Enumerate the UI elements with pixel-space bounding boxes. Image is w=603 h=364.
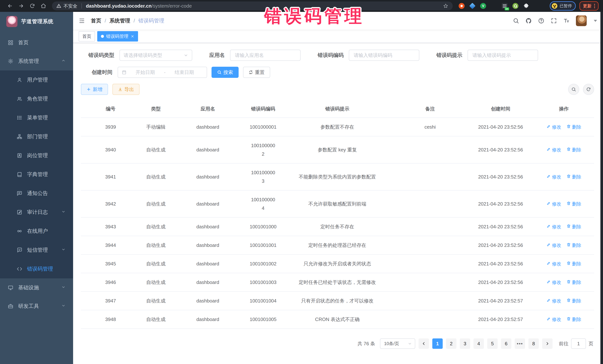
edit-button[interactable]: 修改 (546, 145, 561, 154)
sidebar-item-system[interactable]: 系统管理 (0, 52, 73, 70)
user-menu-caret-icon[interactable] (594, 20, 597, 22)
edit-button[interactable]: 修改 (546, 241, 561, 249)
page-button-6[interactable]: 6 (501, 338, 511, 349)
address-bar[interactable]: 不安全 dashboard.yudao.iocoder.cn /system/e… (52, 1, 453, 10)
extension-ubuntu-icon[interactable] (459, 3, 464, 9)
edit-icon (546, 173, 551, 181)
delete-button[interactable]: 删除 (567, 173, 581, 181)
cell-hint: 参数配置 key 重复 (282, 141, 393, 159)
sidebar-item-dict[interactable]: 字典管理 (0, 165, 73, 184)
delete-button[interactable]: 删除 (567, 200, 581, 208)
scrollbar[interactable] (600, 12, 603, 364)
browser-update-button[interactable]: 更新 (580, 1, 599, 11)
edit-button[interactable]: 修改 (546, 123, 561, 131)
sidebar-item-post[interactable]: 岗位管理 (0, 146, 73, 165)
browser-forward-icon[interactable] (16, 0, 27, 12)
delete-button[interactable]: 删除 (567, 315, 581, 324)
column-header: 类型 (140, 100, 172, 118)
page-more-button[interactable]: ••• (515, 338, 525, 349)
paused-label: 已暂停 (560, 3, 572, 9)
error-type-select[interactable]: 请选择错误码类型 (119, 50, 192, 61)
edit-button[interactable]: 修改 (546, 259, 561, 268)
edit-button[interactable]: 修改 (546, 315, 561, 324)
reset-button[interactable]: 重置 (243, 67, 270, 78)
font-size-icon[interactable] (563, 18, 570, 24)
page-button-4[interactable]: 4 (474, 338, 484, 349)
edit-button[interactable]: 修改 (546, 278, 561, 287)
sidebar-item-sms[interactable]: 短信管理 (0, 241, 73, 259)
extension-v-icon[interactable]: V (480, 3, 486, 9)
sidebar-item-home[interactable]: 首页 (0, 33, 73, 52)
goto-page-input[interactable] (571, 338, 586, 349)
browser-back-icon[interactable] (4, 0, 16, 12)
chevron-down-icon (61, 210, 67, 215)
delete-icon (567, 241, 571, 249)
paused-profile-badge[interactable]: 已暂停 (550, 1, 576, 11)
page-button-2[interactable]: 2 (446, 338, 456, 349)
tab-home[interactable]: 首页 (79, 31, 95, 42)
delete-button[interactable]: 删除 (567, 241, 581, 249)
sidebar-logo[interactable]: 芋道管理系统 (0, 12, 73, 31)
delete-button-label: 删除 (572, 200, 581, 208)
prev-page-button[interactable] (418, 338, 429, 349)
next-page-button[interactable] (542, 338, 553, 349)
close-icon[interactable] (131, 34, 134, 38)
extension-gem-icon[interactable] (469, 3, 475, 9)
sidebar-item-dev-tools[interactable]: 研发工具 (0, 297, 73, 315)
delete-button[interactable]: 删除 (567, 222, 581, 231)
sidebar-item-audit-log[interactable]: 审计日志 (0, 203, 73, 222)
page-button-3[interactable]: 3 (460, 338, 470, 349)
sidebar-item-dept[interactable]: 部门管理 (0, 127, 73, 146)
app-name-input[interactable] (230, 50, 301, 61)
edit-button[interactable]: 修改 (546, 173, 561, 181)
browser-reload-icon[interactable] (27, 0, 38, 12)
sidebar-item-online-user[interactable]: 在线用户 (0, 222, 73, 241)
edit-button[interactable]: 修改 (546, 297, 561, 305)
search-button[interactable]: 搜索 (211, 67, 239, 78)
user-avatar[interactable] (576, 15, 587, 26)
sidebar-item-user[interactable]: 用户管理 (0, 70, 73, 89)
tab-error-code[interactable]: 错误码管理 (97, 31, 138, 42)
breadcrumb-item[interactable]: 系统管理 (109, 17, 130, 24)
extension-squares-icon[interactable] (491, 3, 497, 9)
table-row: 3948自动生成dashboard1001001005CRON 表达式不正确20… (81, 310, 594, 329)
show-search-toggle-button[interactable] (568, 84, 579, 95)
error-code-input[interactable] (349, 50, 419, 61)
extensions-puzzle-icon[interactable] (523, 3, 529, 9)
cell-hint: 只有开启状态的任务，才可以修改 (282, 292, 393, 310)
github-icon[interactable] (525, 18, 532, 24)
page-button-8[interactable]: 8 (528, 338, 539, 349)
sidebar-item-infra[interactable]: 基础设施 (0, 278, 73, 297)
bookmark-star-icon[interactable] (443, 3, 448, 9)
refresh-table-button[interactable] (583, 84, 594, 95)
header-search-icon[interactable] (513, 18, 519, 24)
browser-home-icon[interactable] (38, 0, 49, 12)
delete-button[interactable]: 删除 (567, 259, 581, 268)
breadcrumb-item[interactable]: 首页 (91, 17, 101, 24)
sidebar-item-menu[interactable]: 菜单管理 (0, 108, 73, 127)
edit-button[interactable]: 修改 (546, 200, 561, 208)
error-hint-input[interactable] (468, 50, 538, 61)
export-button[interactable]: 导出 (112, 84, 139, 95)
help-icon[interactable] (538, 18, 544, 24)
add-button[interactable]: 新增 (81, 84, 108, 95)
delete-button[interactable]: 删除 (567, 297, 581, 305)
delete-button[interactable]: 删除 (567, 145, 581, 154)
page-button-1[interactable]: 1 (432, 338, 443, 349)
page-size-select[interactable]: 10条/页 (380, 338, 415, 349)
sidebar-item-error-code[interactable]: 错误码管理 (0, 259, 73, 278)
delete-button[interactable]: 删除 (567, 123, 581, 131)
cell-app: dashboard (172, 292, 244, 310)
sidebar-item-role[interactable]: 角色管理 (0, 89, 73, 108)
sidebar-item-notice[interactable]: 通知公告 (0, 184, 73, 203)
logo-image (6, 16, 17, 27)
delete-button[interactable]: 删除 (567, 278, 581, 287)
page-button-5[interactable]: 5 (487, 338, 498, 349)
browser-menu-icon[interactable] (594, 4, 595, 8)
sidebar-fold-icon[interactable] (79, 18, 85, 24)
extension-key-icon[interactable] (512, 3, 518, 9)
fullscreen-icon[interactable] (551, 18, 557, 24)
edit-button[interactable]: 修改 (546, 222, 561, 231)
create-time-range-picker[interactable]: 开始日期 - 结束日期 (118, 67, 207, 78)
extension-list-icon[interactable]: on (502, 3, 508, 9)
